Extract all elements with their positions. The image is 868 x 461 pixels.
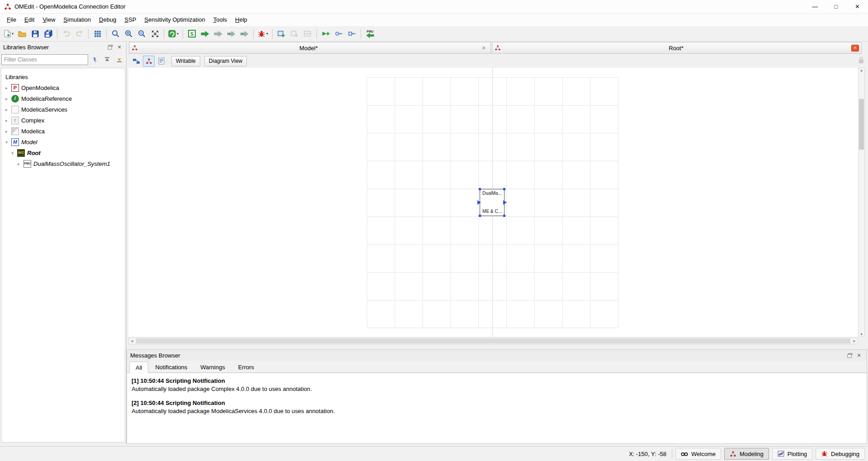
- selection-handle[interactable]: [479, 188, 481, 190]
- expand-all-icon[interactable]: [114, 54, 125, 65]
- undock-icon[interactable]: [106, 43, 115, 52]
- add-submodel-button[interactable]: [288, 28, 301, 40]
- scroll-up-icon[interactable]: ▲: [859, 69, 864, 72]
- icon-view-button[interactable]: [130, 56, 142, 67]
- vertical-scrollbar-thumb[interactable]: [859, 99, 864, 150]
- add-system-button[interactable]: [275, 28, 288, 40]
- chevron-right-icon[interactable]: ▸: [4, 85, 9, 90]
- chevron-down-icon[interactable]: ▾: [10, 151, 15, 155]
- scroll-down-icon[interactable]: ▼: [859, 333, 864, 336]
- add-tlm-bus-connector-button[interactable]: [346, 28, 358, 40]
- view-name-button[interactable]: Diagram View: [204, 56, 247, 66]
- tab-warnings[interactable]: Warnings: [194, 361, 231, 372]
- close-button[interactable]: ✕: [847, 0, 868, 13]
- selection-handle[interactable]: [503, 188, 505, 190]
- sync-with-model-icon[interactable]: [90, 54, 100, 65]
- simulate-algorithmic-debugger-button[interactable]: [225, 28, 237, 40]
- horizontal-scrollbar[interactable]: ◄ ►: [128, 338, 858, 344]
- new-model-button[interactable]: ▾: [3, 28, 15, 40]
- show-grid-button[interactable]: [91, 28, 104, 40]
- diagram-canvas[interactable]: DualMa... ME & C...: [128, 68, 858, 337]
- diagram-view-button[interactable]: [143, 56, 155, 67]
- minimize-button[interactable]: —: [804, 0, 826, 13]
- dropdown-caret-icon[interactable]: ▾: [177, 32, 179, 36]
- dualmassoscillator-component[interactable]: DualMa... ME & C...: [480, 189, 505, 216]
- tree-item-model[interactable]: ▾ M Model: [1, 136, 125, 147]
- simulation-setup-button[interactable]: S: [186, 28, 198, 40]
- tree-item-modelicaservices[interactable]: ▸ ModelicaServices: [1, 104, 125, 115]
- menu-debug[interactable]: Debug: [95, 14, 120, 26]
- tab-notifications[interactable]: Notifications: [149, 361, 193, 372]
- menu-edit[interactable]: Edit: [20, 14, 38, 26]
- reset-zoom-button[interactable]: [109, 28, 122, 40]
- tree-item-modelica[interactable]: ▸ Modelica: [1, 126, 125, 136]
- menu-simulation[interactable]: Simulation: [59, 14, 95, 26]
- collapse-all-icon[interactable]: [102, 54, 113, 65]
- tab-errors[interactable]: Errors: [232, 361, 260, 372]
- tree-root-label: Libraries: [5, 74, 28, 80]
- messages-list[interactable]: [1] 10:50:44 Scripting Notification Auto…: [127, 373, 867, 443]
- menu-view[interactable]: View: [38, 14, 59, 26]
- debugging-perspective-button[interactable]: Debugging: [816, 448, 865, 460]
- add-connector-button[interactable]: [320, 28, 332, 40]
- chevron-right-icon[interactable]: ▸: [4, 129, 9, 134]
- root-subwindow-titlebar[interactable]: Root* ✕: [492, 42, 862, 54]
- redo-button[interactable]: [73, 28, 85, 40]
- fit-to-diagram-button[interactable]: [149, 28, 161, 40]
- tab-all[interactable]: All: [129, 362, 148, 373]
- titlebar[interactable]: OMEdit - OpenModelica Connection Editor …: [0, 0, 868, 14]
- dropdown-caret-icon[interactable]: ▾: [12, 32, 14, 36]
- vertical-scrollbar[interactable]: ▲ ▼: [858, 68, 865, 337]
- tree-item-root[interactable]: ▾ WC Root: [1, 147, 125, 158]
- import-fmu-button[interactable]: FMU: [364, 28, 376, 40]
- plotting-perspective-button[interactable]: Plotting: [772, 448, 812, 460]
- zoom-in-button[interactable]: [123, 28, 135, 40]
- open-model-button[interactable]: [16, 28, 28, 40]
- scroll-left-icon[interactable]: ◄: [129, 338, 135, 344]
- simulate-transformational-debugger-button[interactable]: [212, 28, 224, 40]
- menu-tools[interactable]: Tools: [209, 14, 231, 26]
- tree-item-modelicareference[interactable]: ▸ i ModelicaReference: [1, 93, 125, 104]
- filter-classes-input[interactable]: [1, 54, 88, 65]
- welcome-perspective-button[interactable]: Welcome: [675, 448, 721, 460]
- menu-sensitivity-optimization[interactable]: Sensitivity Optimization: [140, 14, 209, 26]
- instantiate-model-button[interactable]: ▾: [167, 28, 180, 40]
- input-connector-icon[interactable]: [477, 200, 481, 205]
- chevron-right-icon[interactable]: ▸: [4, 118, 9, 123]
- text-view-button[interactable]: [156, 56, 167, 67]
- chevron-right-icon[interactable]: ▸: [4, 96, 9, 101]
- menu-ssp[interactable]: SSP: [120, 14, 140, 26]
- save-button[interactable]: [29, 28, 41, 40]
- selection-handle[interactable]: [503, 215, 505, 217]
- zoom-out-button[interactable]: [136, 28, 148, 40]
- close-panel-icon[interactable]: ✕: [854, 351, 863, 359]
- close-subwindow-icon[interactable]: ✕: [479, 45, 488, 51]
- selection-handle[interactable]: [479, 215, 481, 217]
- tree-item-complex[interactable]: ▸ c Complex: [1, 115, 125, 126]
- close-panel-icon[interactable]: ✕: [115, 43, 124, 52]
- model-subwindow-titlebar[interactable]: Model* ✕: [129, 42, 491, 54]
- undock-icon[interactable]: [845, 351, 854, 359]
- menu-help[interactable]: Help: [231, 14, 251, 26]
- undo-button[interactable]: [60, 28, 72, 40]
- maximize-button[interactable]: □: [826, 0, 847, 13]
- add-bus-button[interactable]: [302, 28, 314, 40]
- chevron-right-icon[interactable]: ▸: [4, 107, 9, 112]
- modeling-perspective-button[interactable]: Modeling: [724, 448, 769, 460]
- chevron-right-icon[interactable]: ▸: [16, 161, 21, 166]
- simulate-button[interactable]: [199, 28, 211, 40]
- save-all-button[interactable]: [42, 28, 54, 40]
- output-connector-icon[interactable]: [503, 200, 507, 205]
- chevron-down-icon[interactable]: ▾: [4, 140, 9, 145]
- tree-item-dualmassoscillator-system1[interactable]: ▸ FMU DualMassOscillator_System1: [1, 158, 125, 169]
- writable-button[interactable]: Writable: [171, 56, 200, 66]
- tree-item-openmodelica[interactable]: ▸ P OpenModelica: [1, 82, 125, 93]
- close-subwindow-icon[interactable]: ✕: [851, 45, 859, 52]
- simulate-with-debugger-button[interactable]: ▾: [256, 28, 269, 40]
- horizontal-scrollbar-thumb[interactable]: [136, 339, 850, 343]
- dropdown-caret-icon[interactable]: ▾: [266, 32, 268, 36]
- scroll-right-icon[interactable]: ►: [851, 338, 858, 344]
- menu-file[interactable]: File: [3, 14, 20, 26]
- simulate-animation-button[interactable]: [238, 28, 250, 40]
- add-bus-connector-button[interactable]: [333, 28, 345, 40]
